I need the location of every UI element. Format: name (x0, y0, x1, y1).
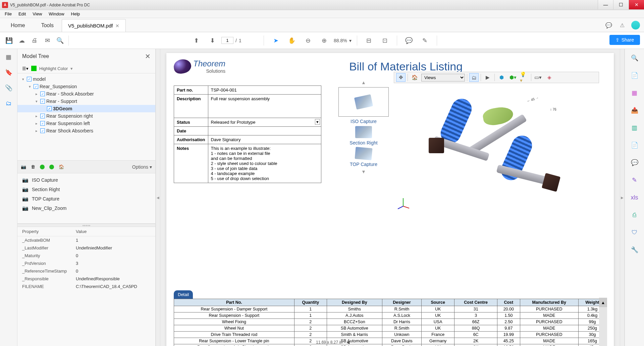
sign-icon[interactable]: ✎ (419, 35, 431, 46)
pan-tool-icon[interactable]: ✥ (396, 73, 406, 82)
tab-home[interactable]: Home (3, 19, 33, 32)
model-tree[interactable]: ▾✓model▾✓Rear_Suspension▸✓Rear - Shock A… (17, 73, 155, 161)
zoom-level[interactable]: 88.8% (334, 38, 347, 43)
share-button[interactable]: ⇪ Share (609, 35, 640, 45)
pane-splitter[interactable]: ●●●●● (17, 224, 155, 227)
nav-next-icon[interactable] (49, 165, 54, 169)
page-down-icon[interactable]: ⬇ (207, 35, 218, 46)
send-icon[interactable]: 📤 (630, 106, 639, 115)
menu-edit[interactable]: Edit (15, 11, 29, 17)
tree-node[interactable]: ▸✓Rear Shock Absorbers (17, 127, 155, 134)
visibility-checkbox[interactable]: ✓ (27, 77, 32, 81)
menu-file[interactable]: File (1, 11, 15, 17)
highlight-dropdown-icon[interactable]: ▾ (70, 66, 73, 71)
tab-close-icon[interactable]: ✕ (115, 23, 119, 28)
expand-icon[interactable]: ▸ (34, 92, 39, 96)
pane-close-icon[interactable]: ✕ (145, 52, 151, 60)
close-button[interactable]: ✕ (629, 0, 644, 9)
add-view-icon[interactable]: 📷 (21, 164, 26, 169)
section-right-thumb[interactable] (355, 126, 372, 138)
zoom-tool-icon[interactable]: 🔍 (630, 54, 639, 62)
visibility-checkbox[interactable]: ✓ (47, 106, 52, 111)
user-avatar[interactable] (631, 21, 640, 30)
status-dropdown-icon[interactable]: ▾ (315, 119, 320, 125)
attachments-icon[interactable]: 📎 (5, 84, 13, 92)
hscroll-left-icon[interactable]: ◀ (346, 340, 350, 345)
expand-icon[interactable]: ▸ (34, 121, 39, 126)
visibility-checkbox[interactable]: ✓ (40, 128, 45, 133)
expand-icon[interactable]: ▸ (34, 114, 39, 118)
menu-window[interactable]: Window (45, 11, 67, 17)
selection-tool-icon[interactable]: ➤ (270, 35, 281, 46)
visibility-checkbox[interactable]: ✓ (40, 121, 45, 126)
menu-help[interactable]: Help (68, 11, 84, 17)
cross-section-icon[interactable]: ⬢▾ (508, 73, 518, 82)
email-icon[interactable]: ✉ (42, 35, 53, 46)
expand-icon[interactable]: ▸ (34, 129, 39, 133)
tab-tools[interactable]: Tools (33, 19, 62, 32)
delete-view-icon[interactable]: 🗑 (31, 164, 35, 169)
lighting-icon[interactable]: 💡▾ (520, 73, 529, 82)
fill-sign-icon[interactable]: ✎ (630, 176, 639, 184)
view-item[interactable]: 📷TOP Capture (17, 194, 155, 204)
protect-icon[interactable]: 🛡 (630, 228, 639, 237)
zoom-out-icon[interactable]: ⊖ (302, 35, 314, 46)
tree-node[interactable]: ▾✓model (17, 75, 155, 83)
capture-down-icon[interactable]: ▼ (361, 169, 366, 174)
visibility-checkbox[interactable]: ✓ (40, 99, 45, 104)
fit-page-icon[interactable]: ⊡ (379, 35, 391, 46)
comment-tool-icon[interactable]: 💬 (630, 158, 639, 167)
document-area[interactable]: Theorem Solutions Bill of Materials List… (160, 49, 620, 346)
create-pdf-icon[interactable]: 📄 (630, 141, 639, 150)
search-icon[interactable]: 🔍 (54, 35, 66, 46)
save-icon[interactable]: 💾 (3, 35, 15, 46)
menu-view[interactable]: View (29, 11, 45, 17)
bom-scrollbar[interactable]: ▲ ▼ (599, 298, 607, 346)
print-icon[interactable]: 🖨 (29, 35, 40, 46)
highlight-label[interactable]: Highlight Color (39, 66, 68, 71)
collapse-left-icon[interactable]: ◀ (156, 49, 160, 346)
organize-icon[interactable]: ▦ (630, 89, 639, 97)
settings-icon[interactable]: 🔧 (630, 245, 639, 254)
highlight-swatch[interactable] (31, 66, 37, 71)
visibility-checkbox[interactable]: ✓ (40, 92, 45, 96)
comment-icon[interactable]: 💬 (403, 35, 415, 46)
tree-node[interactable]: ▸✓Rear Suspension right (17, 112, 155, 120)
home-3d-icon[interactable]: 🏠 (410, 73, 419, 82)
zoom-dropdown-icon[interactable]: ▾ (349, 38, 352, 43)
view-item[interactable]: 📷Section Right (17, 185, 155, 194)
view-item[interactable]: 📷New_Clip_Zoom (17, 204, 155, 213)
play-icon[interactable]: ▶ (483, 73, 492, 82)
tab-document[interactable]: V5_publishBOM.pdf ✕ (62, 19, 126, 32)
maximize-button[interactable]: ☐ (613, 0, 629, 9)
viewer-3d[interactable]: ✥ 🏠 Views 🗂 ▶ ⬢ ⬢▾ 💡▾ ▭▾ ◈ (394, 72, 599, 213)
tree-node[interactable]: ✓3DGeom (17, 105, 155, 112)
visibility-checkbox[interactable]: ✓ (40, 114, 45, 118)
view-item[interactable]: 📷ISO Capture (17, 175, 155, 185)
model-tree-3d-icon[interactable]: 🗂 (469, 73, 479, 82)
alert-icon[interactable]: ⚠ (618, 21, 627, 30)
bookmarks-icon[interactable]: 🔖 (5, 68, 13, 76)
collapse-right-icon[interactable]: ▶ (620, 49, 625, 346)
views-options[interactable]: Options ▾ (132, 164, 152, 170)
tree-node[interactable]: ▾✓Rear_Suspension (17, 83, 155, 90)
edit-pdf-icon[interactable]: ▥ (630, 123, 639, 132)
expand-icon[interactable]: ▾ (21, 77, 25, 81)
iso-capture-thumb[interactable] (338, 87, 389, 117)
combine-icon[interactable]: ⎙ (630, 211, 639, 219)
tree-node[interactable]: ▾✓Rear - Support (17, 98, 155, 105)
expand-icon[interactable]: ▾ (34, 99, 39, 104)
thumbnails-icon[interactable]: ▦ (5, 53, 13, 61)
hand-tool-icon[interactable]: ✋ (286, 35, 298, 46)
nav-prev-icon[interactable] (40, 165, 45, 169)
home-view-icon[interactable]: 🏠 (59, 164, 64, 169)
render-mode-icon[interactable]: ⬢ (497, 73, 506, 82)
minimize-button[interactable]: — (598, 0, 613, 9)
fit-width-icon[interactable]: ⊟ (363, 35, 375, 46)
visibility-checkbox[interactable]: ✓ (34, 84, 38, 89)
export-pdf-icon[interactable]: 📄 (630, 71, 639, 80)
page-number-input[interactable] (221, 37, 233, 44)
views-dropdown[interactable]: Views (421, 74, 465, 81)
background-icon[interactable]: ▭▾ (533, 73, 543, 82)
scroll-up-icon[interactable]: ▲ (599, 298, 607, 307)
